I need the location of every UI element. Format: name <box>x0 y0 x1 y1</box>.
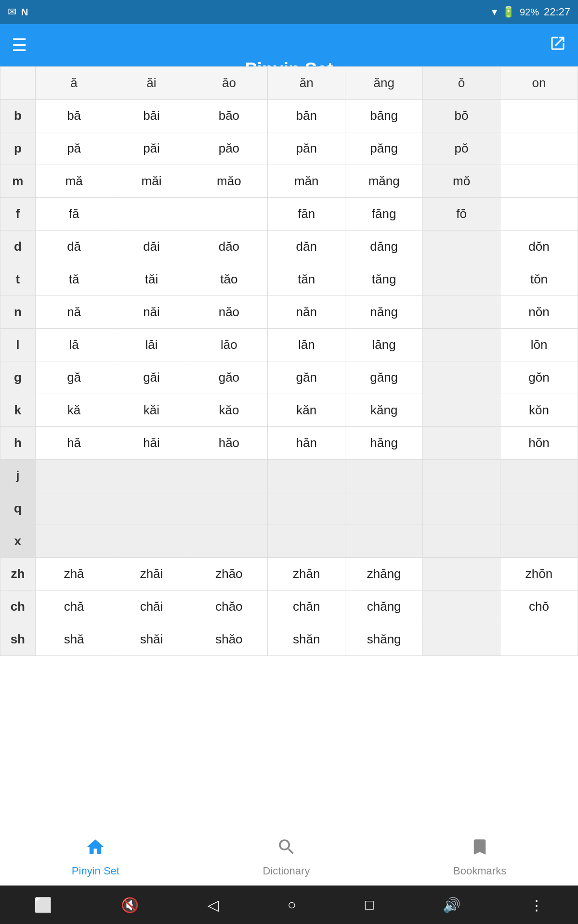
pinyin-cell[interactable] <box>500 623 578 656</box>
pinyin-cell[interactable] <box>268 525 345 558</box>
pinyin-cell[interactable] <box>500 460 578 492</box>
pinyin-cell[interactable]: kŏn <box>500 394 578 427</box>
pinyin-cell[interactable]: bă <box>35 100 113 132</box>
pinyin-cell[interactable]: păn <box>268 132 345 165</box>
pinyin-cell[interactable]: dă <box>35 231 113 263</box>
pinyin-cell[interactable]: dăn <box>268 231 345 263</box>
pinyin-cell[interactable]: bŏ <box>423 100 500 132</box>
pinyin-cell[interactable] <box>423 296 500 329</box>
pinyin-cell[interactable] <box>423 231 500 263</box>
table-row[interactable]: zhzhăzhăizhăozhănzhăngzhŏn <box>0 558 578 590</box>
pinyin-cell[interactable]: găn <box>268 361 345 394</box>
nav-item-dictionary[interactable]: Dictionary <box>263 837 310 877</box>
pinyin-cell[interactable]: shăo <box>190 623 268 656</box>
pinyin-cell[interactable]: hŏn <box>500 427 578 460</box>
pinyin-cell[interactable]: hăng <box>345 427 423 460</box>
pinyin-cell[interactable] <box>423 623 500 656</box>
pinyin-cell[interactable]: zhŏn <box>500 558 578 590</box>
pinyin-cell[interactable]: năo <box>190 296 268 329</box>
pinyin-cell[interactable]: măn <box>268 165 345 198</box>
pinyin-cell[interactable]: băo <box>190 100 268 132</box>
pinyin-cell[interactable]: hăn <box>268 427 345 460</box>
pinyin-cell[interactable]: kăi <box>113 394 190 427</box>
pinyin-cell[interactable]: păng <box>345 132 423 165</box>
table-row[interactable]: shshăshăishăoshănshăng <box>0 623 578 656</box>
pinyin-cell[interactable]: shă <box>35 623 113 656</box>
pinyin-cell[interactable]: zhăng <box>345 558 423 590</box>
pinyin-cell[interactable]: lăn <box>268 329 345 361</box>
table-row[interactable]: j <box>0 460 578 492</box>
pinyin-cell[interactable] <box>423 590 500 623</box>
pinyin-cell[interactable] <box>345 460 423 492</box>
table-row[interactable]: x <box>0 525 578 558</box>
pinyin-cell[interactable]: chăo <box>190 590 268 623</box>
table-row[interactable]: ggăgăigăogăngănggŏn <box>0 361 578 394</box>
pinyin-cell[interactable]: pŏ <box>423 132 500 165</box>
pinyin-cell[interactable]: tăi <box>113 263 190 296</box>
home-system-icon[interactable]: ○ <box>288 897 296 913</box>
pinyin-cell[interactable] <box>345 492 423 525</box>
pinyin-cell[interactable]: zhăo <box>190 558 268 590</box>
more-vert-icon[interactable]: ⋮ <box>529 897 544 913</box>
pinyin-cell[interactable]: gă <box>35 361 113 394</box>
pinyin-cell[interactable]: mă <box>35 165 113 198</box>
pinyin-cell[interactable]: găng <box>345 361 423 394</box>
pinyin-cell[interactable]: hăo <box>190 427 268 460</box>
pinyin-cell[interactable]: kăo <box>190 394 268 427</box>
pinyin-cell[interactable]: kăn <box>268 394 345 427</box>
pinyin-cell[interactable] <box>35 492 113 525</box>
pinyin-cell[interactable]: năn <box>268 296 345 329</box>
pinyin-cell[interactable] <box>423 460 500 492</box>
volume-mute-icon[interactable]: 🔇 <box>121 897 139 913</box>
pinyin-cell[interactable]: dŏn <box>500 231 578 263</box>
pinyin-cell[interactable] <box>345 525 423 558</box>
table-row[interactable]: kkăkăikăokănkăngkŏn <box>0 394 578 427</box>
table-row[interactable]: nnănăinăonănnăngnŏn <box>0 296 578 329</box>
pinyin-cell[interactable] <box>190 198 268 231</box>
recents-icon[interactable]: □ <box>365 897 374 913</box>
table-row[interactable]: llălăilăolănlănglŏn <box>0 329 578 361</box>
pinyin-cell[interactable]: nŏn <box>500 296 578 329</box>
back-icon[interactable]: ◁ <box>208 897 219 913</box>
pinyin-cell[interactable]: lăng <box>345 329 423 361</box>
pinyin-cell[interactable]: fă <box>35 198 113 231</box>
camera-icon[interactable]: ⬜ <box>34 897 52 913</box>
table-row[interactable]: ttătăităotăntăngtŏn <box>0 263 578 296</box>
pinyin-cell[interactable]: tă <box>35 263 113 296</box>
pinyin-cell[interactable]: năi <box>113 296 190 329</box>
pinyin-cell[interactable]: păo <box>190 132 268 165</box>
pinyin-cell[interactable]: făng <box>345 198 423 231</box>
pinyin-cell[interactable] <box>500 165 578 198</box>
table-row[interactable]: chchăchăichăochănchăngchŏ <box>0 590 578 623</box>
pinyin-cell[interactable]: chăi <box>113 590 190 623</box>
pinyin-cell[interactable]: lăi <box>113 329 190 361</box>
pinyin-cell[interactable]: tăo <box>190 263 268 296</box>
pinyin-cell[interactable] <box>190 525 268 558</box>
pinyin-cell[interactable]: măng <box>345 165 423 198</box>
menu-button[interactable]: ☰ <box>12 35 27 55</box>
pinyin-cell[interactable] <box>500 100 578 132</box>
pinyin-cell[interactable]: shăi <box>113 623 190 656</box>
pinyin-cell[interactable]: tăn <box>268 263 345 296</box>
pinyin-cell[interactable] <box>268 460 345 492</box>
pinyin-cell[interactable]: găi <box>113 361 190 394</box>
pinyin-cell[interactable]: băng <box>345 100 423 132</box>
pinyin-cell[interactable] <box>35 460 113 492</box>
pinyin-cell[interactable]: shăng <box>345 623 423 656</box>
pinyin-cell[interactable]: zhăi <box>113 558 190 590</box>
pinyin-cell[interactable]: nă <box>35 296 113 329</box>
pinyin-cell[interactable]: zhă <box>35 558 113 590</box>
nav-item-pinyin-set[interactable]: Pinyin Set <box>72 837 119 877</box>
pinyin-cell[interactable]: lăo <box>190 329 268 361</box>
pinyin-cell[interactable]: băi <box>113 100 190 132</box>
pinyin-cell[interactable] <box>113 460 190 492</box>
pinyin-cell[interactable] <box>423 492 500 525</box>
pinyin-cell[interactable]: lă <box>35 329 113 361</box>
table-row[interactable]: q <box>0 492 578 525</box>
pinyin-cell[interactable]: chăng <box>345 590 423 623</box>
pinyin-cell[interactable]: chŏ <box>500 590 578 623</box>
pinyin-cell[interactable]: fŏ <box>423 198 500 231</box>
pinyin-cell[interactable] <box>423 361 500 394</box>
pinyin-cell[interactable]: gŏn <box>500 361 578 394</box>
nav-item-bookmarks[interactable]: Bookmarks <box>453 837 506 877</box>
